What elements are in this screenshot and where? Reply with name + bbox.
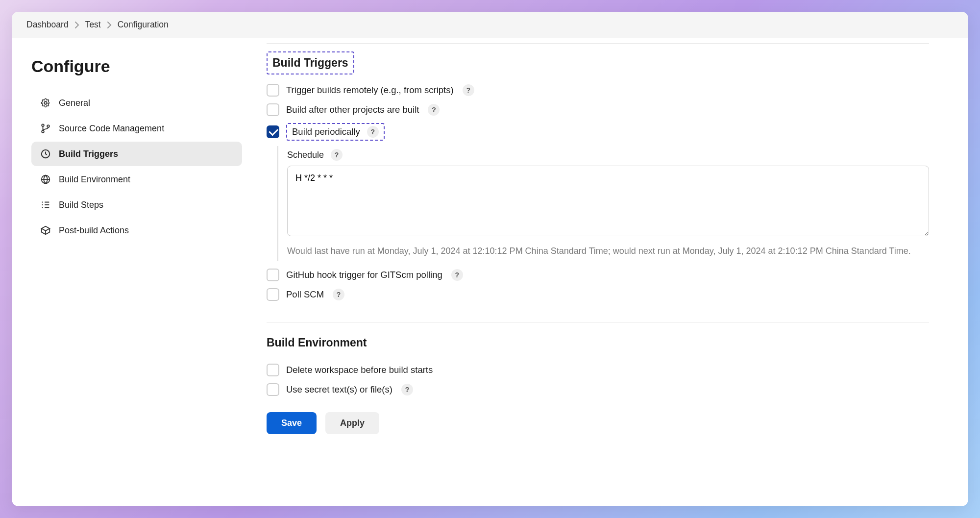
option-poll-scm: Poll SCM ? [267,285,929,304]
footer-actions: Save Apply [267,403,929,438]
option-trigger-remote: Trigger builds remotely (e.g., from scri… [267,80,929,100]
schedule-subsection: Schedule ? Would last have run at Monday… [277,146,929,261]
sidebar-item-label: Post-build Actions [59,225,129,236]
checkbox-delete-workspace[interactable] [267,364,279,376]
sidebar-item-build-triggers[interactable]: Build Triggers [31,142,242,166]
box-arrow-icon [40,225,51,236]
option-github-hook: GitHub hook trigger for GITScm polling ? [267,265,929,285]
section-title-build-environment: Build Environment [267,336,929,349]
help-icon[interactable]: ? [451,269,463,281]
schedule-hint: Would last have run at Monday, July 1, 2… [287,245,929,258]
config-window: Dashboard Test Configuration Configure G… [12,12,968,506]
svg-point-1 [42,124,44,126]
main-content: Build Triggers Trigger builds remotely (… [262,38,968,506]
svg-point-2 [42,130,44,133]
option-label: Delete workspace before build starts [286,365,433,375]
divider [267,43,929,44]
option-label: Build after other projects are built [286,104,419,115]
checkbox-use-secret[interactable] [267,383,279,396]
option-build-after-other: Build after other projects are built ? [267,100,929,120]
option-use-secret: Use secret text(s) or file(s) ? [267,380,929,399]
help-icon[interactable]: ? [333,289,344,300]
sidebar-item-general[interactable]: General [31,91,242,115]
page-title: Configure [31,57,242,76]
sidebar-item-scm[interactable]: Source Code Management [31,116,242,141]
sidebar-item-build-environment[interactable]: Build Environment [31,167,242,192]
sidebar-item-label: Build Triggers [59,149,118,159]
option-label: Trigger builds remotely (e.g., from scri… [286,85,454,96]
help-icon[interactable]: ? [401,384,413,395]
branch-icon [40,123,51,134]
gear-icon [40,98,51,108]
help-icon[interactable]: ? [367,126,379,138]
help-icon[interactable]: ? [463,84,474,96]
sidebar-item-label: Build Environment [59,174,130,185]
schedule-input[interactable] [287,166,929,236]
option-label: GitHub hook trigger for GITScm polling [286,270,442,280]
sidebar-item-label: General [59,98,90,108]
help-icon[interactable]: ? [331,149,343,161]
help-icon[interactable]: ? [428,104,440,116]
option-label: Poll SCM [286,289,324,300]
schedule-label: Schedule [287,150,324,160]
sidebar-item-build-steps[interactable]: Build Steps [31,193,242,217]
svg-point-0 [44,101,47,104]
checkbox-github-hook[interactable] [267,269,279,281]
sidebar: Configure General Source Code Management [12,38,262,506]
sidebar-item-post-build[interactable]: Post-build Actions [31,218,242,243]
divider [267,322,929,322]
checkbox-build-after-other[interactable] [267,103,279,116]
checkbox-trigger-remote[interactable] [267,84,279,97]
clock-icon [40,148,51,159]
svg-point-3 [47,125,49,127]
apply-button[interactable]: Apply [325,412,379,434]
option-label-highlighted: Build periodically ? [286,123,385,141]
option-label: Use secret text(s) or file(s) [286,384,392,395]
section-title-build-triggers: Build Triggers [267,51,354,74]
breadcrumb-dashboard[interactable]: Dashboard [26,20,69,30]
checkbox-build-periodically[interactable] [267,125,279,138]
sidebar-nav: General Source Code Management Build Tri… [31,91,242,243]
steps-icon [40,199,51,210]
breadcrumb-configuration[interactable]: Configuration [118,20,169,30]
option-build-periodically: Build periodically ? [267,120,929,144]
sidebar-item-label: Build Steps [59,200,103,210]
breadcrumb: Dashboard Test Configuration [12,12,968,38]
chevron-right-icon [107,22,112,28]
breadcrumb-test[interactable]: Test [85,20,101,30]
save-button[interactable]: Save [267,412,317,434]
chevron-right-icon [74,22,79,28]
option-delete-workspace: Delete workspace before build starts [267,360,929,380]
sidebar-item-label: Source Code Management [59,123,164,134]
globe-icon [40,174,51,185]
option-label: Build periodically [292,126,360,137]
checkbox-poll-scm[interactable] [267,288,279,301]
